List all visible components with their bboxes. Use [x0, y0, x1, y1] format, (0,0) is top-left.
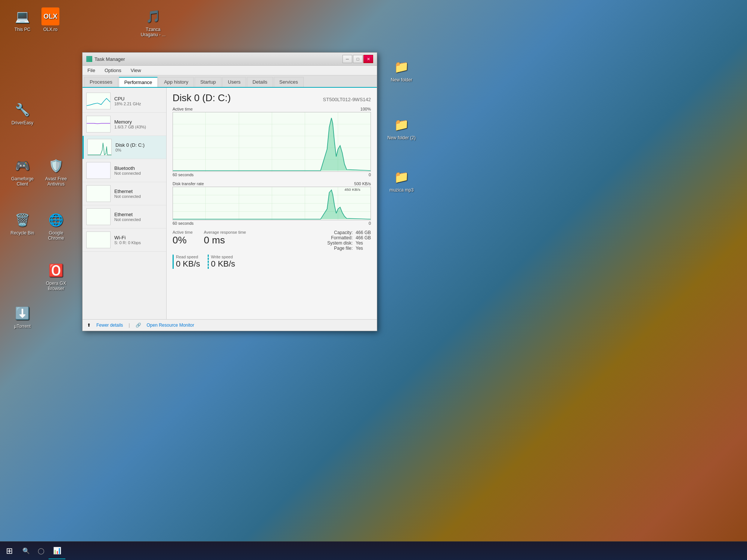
- svg-rect-4: [87, 186, 110, 202]
- taskbar-tm-icon: 📊: [53, 547, 61, 555]
- active-time-section: Active time 100%: [173, 107, 371, 177]
- sidebar-item-bluetooth[interactable]: Bluetooth Not connected: [83, 159, 166, 182]
- gameforge-icon: 🎮: [13, 157, 31, 175]
- chrome-icon: 🌐: [47, 211, 65, 229]
- system-disk-value: Yes: [356, 240, 363, 246]
- sidebar-item-cpu[interactable]: CPU 18% 2.21 GHz: [83, 90, 166, 113]
- tab-startup[interactable]: Startup: [195, 77, 221, 87]
- svg-rect-1: [87, 116, 110, 133]
- monitor-icon: 🔗: [136, 323, 141, 328]
- this-pc-icon: 💻: [13, 7, 31, 25]
- right-panel: Disk 0 (D: C:) ST500LT012-9WS142 Active …: [167, 88, 377, 319]
- disk-info: Disk 0 (D: C:) 0%: [115, 142, 162, 152]
- active-time-label: Active time: [173, 107, 193, 111]
- desktop-icon-tzanca[interactable]: 🎵 Tzanca Uraganu - ...: [138, 7, 168, 37]
- sidebar-item-disk[interactable]: Disk 0 (D: C:) 0%: [83, 136, 166, 159]
- transfer-rate-chart: 450 KB/s: [173, 187, 371, 220]
- taskbar: ⊞ 🔍 ◯ 📊: [0, 541, 747, 560]
- taskbar-task-manager[interactable]: 📊: [49, 542, 65, 559]
- menu-view[interactable]: View: [129, 67, 143, 74]
- window-title: Task Manager: [94, 56, 125, 62]
- desktop-icon-utorrent[interactable]: ⬇️ µTorrent: [7, 304, 37, 329]
- formatted-label: Formatted:: [319, 235, 353, 240]
- svg-rect-0: [87, 93, 110, 109]
- formatted-row: Formatted: 466 GB: [319, 235, 371, 240]
- desktop-icon-new-folder-1[interactable]: 📁 New folder: [387, 58, 416, 83]
- transfer-min: 0: [369, 221, 371, 225]
- tab-processes[interactable]: Processes: [84, 77, 118, 87]
- olx-icon: OLX: [41, 7, 59, 25]
- drivereasy-icon: 🔧: [13, 101, 31, 119]
- open-resource-monitor-link[interactable]: Open Resource Monitor: [147, 323, 194, 328]
- desktop-icon-olx[interactable]: OLX OLX.ro: [35, 7, 65, 32]
- desktop-icon-opera[interactable]: 🅾️ Opera GX Browser: [41, 261, 71, 291]
- bluetooth-info: Bluetooth Not connected: [114, 165, 162, 175]
- avg-response-value: 0 ms: [204, 234, 246, 246]
- menu-file[interactable]: File: [86, 67, 97, 74]
- sidebar-item-ethernet2[interactable]: Ethernet Not connected: [83, 205, 166, 228]
- desktop-icon-drivereasy[interactable]: 🔧 DriverEasy: [7, 101, 37, 125]
- window-controls: ─ □ ✕: [342, 55, 373, 63]
- transfer-rate-max: 500 KB/s: [354, 181, 371, 186]
- capacity-label: Capacity:: [319, 230, 353, 235]
- ethernet2-mini-chart: [86, 208, 111, 225]
- folder-icon-2: 📁: [393, 116, 410, 134]
- muzica-folder-icon: 📁: [393, 168, 410, 186]
- capacity-value: 466 GB: [356, 230, 371, 235]
- active-time-duration: 60 seconds: [173, 172, 193, 177]
- start-button[interactable]: ⊞: [0, 542, 19, 560]
- svg-rect-3: [87, 162, 110, 179]
- tab-app-history[interactable]: App history: [158, 77, 194, 87]
- active-time-min: 0: [369, 172, 371, 177]
- page-file-label: Page file:: [319, 246, 353, 251]
- main-content: CPU 18% 2.21 GHz Memory 1.6/3.7 GB (: [83, 88, 377, 319]
- read-speed: Read speed 0 KB/s: [173, 255, 200, 269]
- transfer-duration: 60 seconds: [173, 221, 193, 225]
- active-time-stat-value: 0%: [173, 234, 193, 246]
- formatted-value: 466 GB: [356, 235, 371, 240]
- menu-options[interactable]: Options: [103, 67, 123, 74]
- sidebar-item-memory[interactable]: Memory 1.6/3.7 GB (43%): [83, 113, 166, 136]
- desktop-icon-chrome[interactable]: 🌐 Google Chrome: [41, 211, 71, 241]
- desktop-icon-recycle-bin[interactable]: 🗑️ Recycle Bin: [7, 211, 37, 236]
- desktop-icon-avast[interactable]: 🛡️ Avast Free Antivirus: [41, 157, 71, 187]
- desktop-icon-this-pc[interactable]: 💻 This PC: [7, 7, 37, 32]
- music-file-icon: 🎵: [144, 7, 162, 25]
- active-time-bottom: 60 seconds 0: [173, 172, 371, 177]
- tabs: Processes Performance App history Startu…: [83, 75, 377, 88]
- ethernet1-info: Ethernet Not connected: [114, 189, 162, 199]
- svg-text:450 KB/s: 450 KB/s: [344, 188, 360, 192]
- close-button[interactable]: ✕: [363, 55, 373, 63]
- minimize-button[interactable]: ─: [342, 55, 352, 63]
- svg-rect-5: [87, 209, 110, 225]
- svg-rect-6: [87, 232, 110, 248]
- desktop-icon-gameforge[interactable]: 🎮 Gameforge Client: [7, 157, 37, 187]
- tab-services[interactable]: Services: [274, 77, 304, 87]
- disk-mini-chart: [87, 139, 112, 156]
- search-button[interactable]: 🔍: [19, 544, 34, 559]
- memory-info: Memory 1.6/3.7 GB (43%): [114, 119, 162, 129]
- cortana-button[interactable]: ◯: [34, 544, 49, 559]
- write-speed-label: Write speed: [211, 255, 235, 259]
- title-bar: Task Manager ─ □ ✕: [83, 53, 377, 66]
- system-disk-label: System disk:: [319, 240, 353, 246]
- tab-users[interactable]: Users: [222, 77, 246, 87]
- task-manager-window: Task Manager ─ □ ✕ File Options View Pro…: [82, 52, 377, 331]
- memory-mini-chart: [86, 116, 111, 133]
- sidebar-item-wifi[interactable]: Wi-Fi S: 0 R: 0 Kbps: [83, 228, 166, 252]
- tab-details[interactable]: Details: [247, 77, 273, 87]
- ethernet2-info: Ethernet Not connected: [114, 212, 162, 222]
- folder-icon-1: 📁: [393, 58, 410, 76]
- desktop-icon-muzica[interactable]: 📁 muzica mp3: [387, 168, 416, 193]
- write-speed: Write speed 0 KB/s: [208, 255, 235, 269]
- fewer-details-link[interactable]: Fewer details: [96, 323, 123, 328]
- capacity-row: Capacity: 466 GB: [319, 230, 371, 235]
- disk-title: Disk 0 (D: C:): [173, 92, 231, 104]
- desktop-icon-new-folder-2[interactable]: 📁 New folder (2): [387, 116, 416, 140]
- avg-response-stat: Average response time 0 ms: [204, 230, 246, 246]
- tab-performance[interactable]: Performance: [119, 77, 158, 87]
- ethernet1-mini-chart: [86, 185, 111, 202]
- maximize-button[interactable]: □: [353, 55, 363, 63]
- transfer-rate-label: Disk transfer rate: [173, 181, 204, 186]
- sidebar-item-ethernet1[interactable]: Ethernet Not connected: [83, 182, 166, 205]
